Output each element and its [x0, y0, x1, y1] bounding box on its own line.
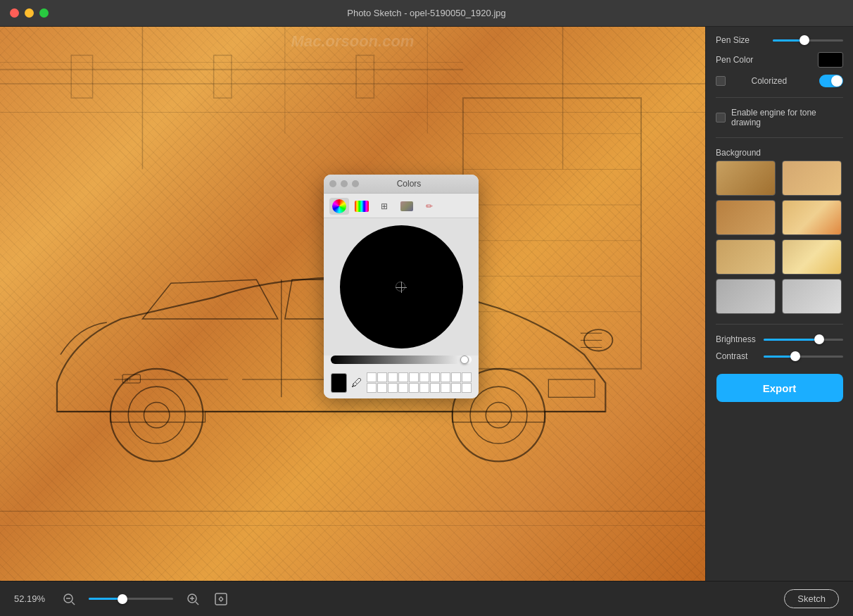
brightness-track[interactable]: [331, 356, 472, 364]
colorized-row: Colorized: [716, 75, 843, 87]
close-button[interactable]: [10, 8, 19, 18]
export-button[interactable]: Export: [716, 374, 843, 402]
svg-point-21: [144, 402, 169, 427]
canvas-area[interactable]: Mac.orsoon.com: [0, 27, 705, 581]
brightness-slider[interactable]: [764, 339, 843, 341]
svg-line-41: [196, 602, 198, 605]
palette-cell[interactable]: [451, 372, 461, 382]
color-tab-sliders[interactable]: [352, 198, 372, 215]
palette-cell[interactable]: [419, 383, 429, 393]
background-section: Background: [716, 148, 843, 314]
color-tab-image[interactable]: [397, 198, 417, 215]
contrast-slider[interactable]: [764, 356, 843, 358]
divider-2: [716, 137, 843, 138]
zoom-percent: 52.19%: [14, 593, 49, 604]
sliders-icon: [355, 201, 369, 212]
palette-cell[interactable]: [377, 383, 387, 393]
svg-rect-17: [214, 55, 232, 98]
dialog-minimize[interactable]: [341, 180, 348, 187]
pen-color-label: Pen Color: [716, 55, 758, 65]
palette-cell[interactable]: [419, 372, 429, 382]
pen-size-label: Pen Size: [716, 35, 758, 45]
dialog-title: Colors: [363, 179, 455, 189]
colors-dialog[interactable]: Colors ⊞ ✏: [324, 175, 479, 398]
palette-cell[interactable]: [462, 372, 472, 382]
bg-thumb-4[interactable]: [782, 200, 842, 235]
colorized-toggle-knob: [831, 75, 842, 87]
zoom-slider[interactable]: [89, 598, 173, 600]
bg-thumb-3[interactable]: [716, 200, 776, 235]
traffic-lights: [10, 8, 49, 18]
dialog-titlebar[interactable]: Colors: [324, 175, 479, 194]
minimize-button[interactable]: [25, 8, 34, 18]
fullscreen-button[interactable]: [39, 8, 49, 18]
bg-thumb-6[interactable]: [782, 239, 842, 275]
color-circle[interactable]: [340, 225, 463, 348]
background-grid: [716, 161, 843, 314]
palette-cell[interactable]: [398, 372, 408, 382]
palette-cell[interactable]: [398, 383, 408, 393]
contrast-label: Contrast: [716, 351, 758, 361]
palette-cell[interactable]: [462, 383, 472, 393]
pencils-icon: ✏: [426, 201, 433, 211]
image-icon: [400, 201, 413, 211]
palette-cell[interactable]: [409, 372, 419, 382]
palette-cell[interactable]: [367, 383, 377, 393]
colorized-toggle-track[interactable]: [819, 75, 843, 87]
current-color-swatch[interactable]: [331, 373, 347, 393]
title-bar: Photo Sketch - opel-5190050_1920.jpg: [0, 0, 853, 27]
svg-rect-18: [356, 55, 374, 98]
dialog-expand[interactable]: [352, 180, 359, 187]
palette-cell[interactable]: [441, 372, 450, 382]
palette-cell[interactable]: [409, 383, 419, 393]
svg-point-23: [470, 386, 527, 444]
brightness-row: Brightness: [716, 334, 843, 344]
colorized-checkbox[interactable]: [716, 76, 726, 86]
palette-cell[interactable]: [430, 372, 440, 382]
color-tab-grid[interactable]: ⊞: [374, 198, 394, 215]
engine-row: Enable engine for tone drawing: [716, 108, 843, 127]
sketch-button[interactable]: Sketch: [784, 589, 839, 608]
svg-line-38: [72, 602, 75, 605]
bg-thumb-2[interactable]: [782, 161, 842, 196]
brightness-thumb[interactable]: [814, 334, 824, 344]
palette-cell[interactable]: [430, 383, 440, 393]
divider-3: [716, 324, 843, 325]
svg-rect-27: [548, 379, 595, 397]
grid-icon: ⊞: [381, 201, 388, 211]
palette-cell[interactable]: [388, 383, 398, 393]
bg-thumb-5[interactable]: [716, 239, 776, 275]
zoom-slider-thumb[interactable]: [118, 594, 127, 604]
dialog-close[interactable]: [329, 180, 336, 187]
palette-cell[interactable]: [441, 383, 450, 393]
color-circle-area[interactable]: [324, 218, 479, 356]
palette-cell[interactable]: [367, 372, 377, 382]
window-title: Photo Sketch - opel-5190050_1920.jpg: [347, 8, 506, 18]
pen-color-swatch[interactable]: [818, 52, 843, 68]
contrast-thumb[interactable]: [790, 351, 800, 361]
color-tab-wheel[interactable]: [329, 198, 349, 215]
color-tab-pencils[interactable]: ✏: [419, 198, 439, 215]
colorized-toggle[interactable]: [819, 75, 843, 87]
bg-thumb-1[interactable]: [716, 161, 776, 196]
eyedropper-icon[interactable]: 🖊: [351, 377, 362, 389]
pen-size-thumb[interactable]: [800, 35, 809, 45]
main-area: Mac.orsoon.com: [0, 27, 853, 581]
palette-cell[interactable]: [377, 372, 387, 382]
svg-point-20: [128, 386, 185, 444]
svg-rect-16: [71, 55, 92, 98]
bg-thumb-8[interactable]: [782, 279, 842, 314]
zoom-in-button[interactable]: [184, 591, 201, 608]
palette-cell[interactable]: [451, 383, 461, 393]
pen-color-row: Pen Color: [716, 52, 843, 68]
fit-button[interactable]: [213, 591, 229, 608]
brightness-label: Brightness: [716, 334, 758, 344]
color-wheel-icon: [332, 199, 346, 213]
bg-thumb-7[interactable]: [716, 279, 776, 314]
brightness-slider-area[interactable]: [331, 356, 472, 364]
engine-checkbox[interactable]: [716, 113, 726, 122]
pen-size-slider[interactable]: [773, 39, 843, 42]
brightness-thumb[interactable]: [460, 356, 469, 364]
palette-cell[interactable]: [388, 372, 398, 382]
zoom-out-button[interactable]: [61, 591, 77, 608]
